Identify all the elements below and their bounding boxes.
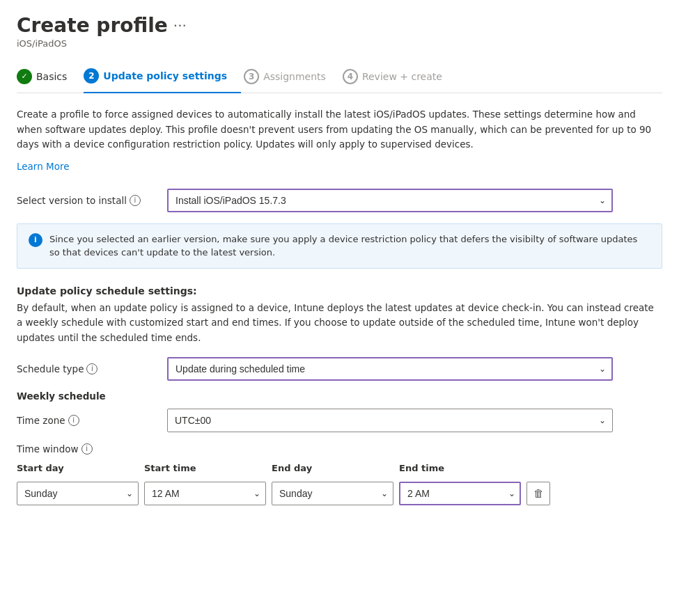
schedule-type-label: Schedule type i bbox=[17, 363, 156, 374]
step-update-policy-circle: 2 bbox=[84, 68, 99, 84]
time-zone-row: Time zone i UTC±00 ⌄ bbox=[17, 409, 662, 432]
end-day-select-wrap: Sunday ⌄ bbox=[272, 482, 393, 505]
step-update-policy-label: Update policy settings bbox=[103, 70, 227, 81]
time-zone-select[interactable]: UTC±00 bbox=[167, 409, 613, 432]
step-assignments-circle: 3 bbox=[244, 69, 259, 84]
page-title: Create profile ··· bbox=[17, 14, 662, 37]
version-label: Select version to install i bbox=[17, 195, 156, 206]
schedule-desc: By default, when an update policy is ass… bbox=[17, 301, 662, 346]
info-banner: i Since you selected an earlier version,… bbox=[17, 223, 662, 269]
description-text: Create a profile to force assigned devic… bbox=[17, 107, 662, 152]
start-day-col-header: Start day bbox=[17, 463, 139, 476]
time-window-label: Time window i bbox=[17, 443, 662, 455]
start-day-select-wrap: Sunday ⌄ bbox=[17, 482, 139, 505]
start-time-select-wrap: 12 AM ⌄ bbox=[144, 482, 266, 505]
time-zone-info-icon[interactable]: i bbox=[68, 415, 79, 426]
time-zone-select-wrap: UTC±00 ⌄ bbox=[167, 409, 613, 432]
stepper: ✓ Basics 2 Update policy settings 3 Assi… bbox=[17, 61, 662, 93]
learn-more-link[interactable]: Learn More bbox=[17, 161, 70, 172]
delete-icon: 🗑 bbox=[533, 487, 544, 499]
page-subtitle: iOS/iPadOS bbox=[17, 38, 662, 49]
version-select-wrap: Install iOS/iPadOS 15.7.3 ⌄ bbox=[167, 189, 613, 212]
step-basics-circle: ✓ bbox=[17, 69, 32, 84]
schedule-type-select[interactable]: Update during scheduled time bbox=[167, 357, 613, 381]
end-day-select[interactable]: Sunday bbox=[272, 482, 393, 505]
schedule-type-select-wrap: Update during scheduled time ⌄ bbox=[167, 357, 613, 381]
schedule-type-info-icon[interactable]: i bbox=[86, 363, 97, 374]
title-ellipsis[interactable]: ··· bbox=[173, 17, 187, 34]
start-day-select[interactable]: Sunday bbox=[17, 482, 139, 505]
start-time-select[interactable]: 12 AM bbox=[144, 482, 266, 505]
end-time-select[interactable]: 2 AM bbox=[399, 482, 521, 505]
step-basics-label: Basics bbox=[36, 71, 67, 82]
info-banner-text: Since you selected an earlier version, m… bbox=[49, 232, 650, 260]
end-time-select-wrap: 2 AM ⌄ bbox=[399, 482, 521, 505]
step-assignments-label: Assignments bbox=[263, 71, 326, 82]
schedule-type-row: Schedule type i Update during scheduled … bbox=[17, 357, 662, 381]
step-basics[interactable]: ✓ Basics bbox=[17, 62, 81, 93]
step-review-create[interactable]: 4 Review + create bbox=[343, 62, 456, 93]
title-text: Create profile bbox=[17, 14, 168, 37]
step-assignments[interactable]: 3 Assignments bbox=[244, 62, 340, 93]
step-review-create-label: Review + create bbox=[362, 71, 442, 82]
time-zone-label: Time zone i bbox=[17, 415, 156, 426]
weekly-schedule-label: Weekly schedule bbox=[17, 390, 662, 402]
schedule-heading: Update policy schedule settings: bbox=[17, 285, 662, 297]
time-window-info-icon[interactable]: i bbox=[81, 443, 93, 455]
step-update-policy[interactable]: 2 Update policy settings bbox=[84, 61, 241, 93]
info-banner-icon: i bbox=[29, 233, 42, 247]
time-window-grid: Start day Start time End day End time Su… bbox=[17, 463, 595, 505]
start-time-col-header: Start time bbox=[144, 463, 266, 476]
version-row: Select version to install i Install iOS/… bbox=[17, 189, 662, 212]
end-day-col-header: End day bbox=[272, 463, 393, 476]
version-info-icon[interactable]: i bbox=[130, 195, 141, 206]
version-select[interactable]: Install iOS/iPadOS 15.7.3 bbox=[167, 189, 613, 212]
delete-row-button[interactable]: 🗑 bbox=[526, 482, 550, 505]
end-time-col-header: End time bbox=[399, 463, 521, 476]
step-review-create-circle: 4 bbox=[343, 69, 358, 84]
